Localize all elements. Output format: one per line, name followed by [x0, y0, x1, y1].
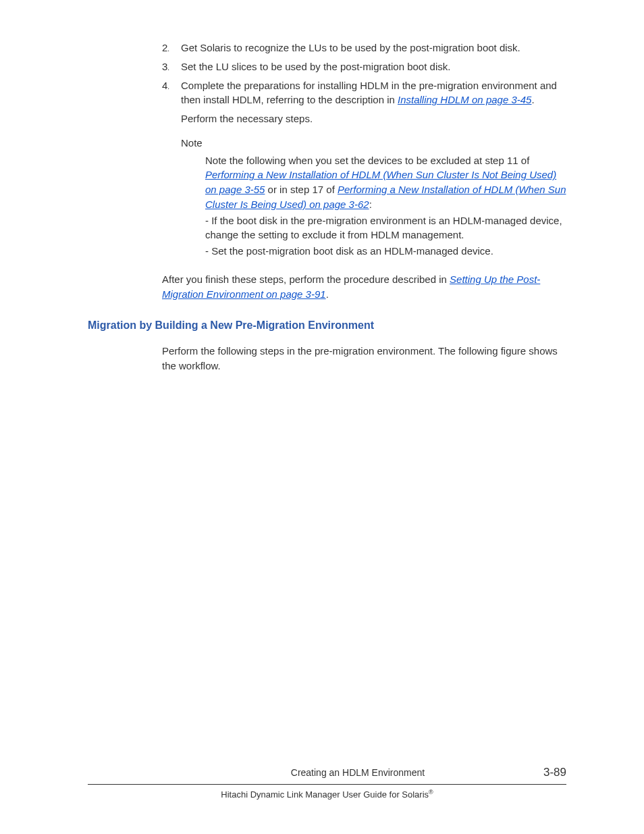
text-fragment: Note the following when you set the devi… — [205, 155, 529, 166]
section-heading: Migration by Building a New Pre-Migratio… — [88, 317, 566, 333]
list-item-text: Complete the preparations for installing… — [181, 78, 566, 108]
text-fragment: : — [369, 199, 372, 210]
note-paragraph: Note the following when you set the devi… — [205, 153, 566, 212]
registered-symbol: ® — [429, 789, 433, 796]
text-fragment: . — [531, 94, 534, 105]
text-fragment: Hitachi Dynamic Link Manager User Guide … — [221, 789, 429, 800]
list-item-3: 3. Set the LU slices to be used by the p… — [162, 59, 566, 74]
ordered-list: 2. Get Solaris to recognize the LUs to b… — [162, 41, 566, 260]
footer-chapter-title: Creating an HDLM Environment — [172, 766, 543, 779]
text-fragment: . — [326, 288, 329, 300]
list-number: 4. — [162, 78, 181, 260]
list-item-2: 2. Get Solaris to recognize the LUs to b… — [162, 41, 566, 55]
list-item-4: 4. Complete the preparations for install… — [162, 78, 566, 260]
text-fragment: or in step 17 of — [265, 184, 338, 195]
section-paragraph: Perform the following steps in the pre-m… — [162, 344, 566, 373]
footer-top-row: Creating an HDLM Environment 3-89 — [88, 764, 566, 785]
link-installing-hdlm[interactable]: Installing HDLM on page 3-45 — [398, 94, 531, 105]
list-item-text: Set the LU slices to be used by the post… — [181, 59, 566, 74]
perform-text: Perform the necessary steps. — [181, 111, 566, 126]
text-fragment: After you finish these steps, perform th… — [162, 273, 450, 285]
note-label: Note — [181, 136, 566, 151]
note-bullet-1: - If the boot disk in the pre-migration … — [205, 213, 566, 243]
list-item-content: Complete the preparations for installing… — [181, 78, 566, 260]
list-number: 3. — [162, 59, 181, 74]
page-footer: Creating an HDLM Environment 3-89 Hitach… — [88, 764, 566, 802]
footer-page-number: 3-89 — [543, 764, 566, 781]
list-item-text: Get Solaris to recognize the LUs to be u… — [181, 41, 566, 55]
footer-guide-title: Hitachi Dynamic Link Manager User Guide … — [88, 788, 566, 802]
note-content: Note the following when you set the devi… — [205, 153, 566, 259]
after-steps-paragraph: After you finish these steps, perform th… — [162, 272, 566, 302]
list-number: 2. — [162, 41, 181, 55]
note-bullet-2: - Set the post-migration boot disk as an… — [205, 244, 566, 259]
